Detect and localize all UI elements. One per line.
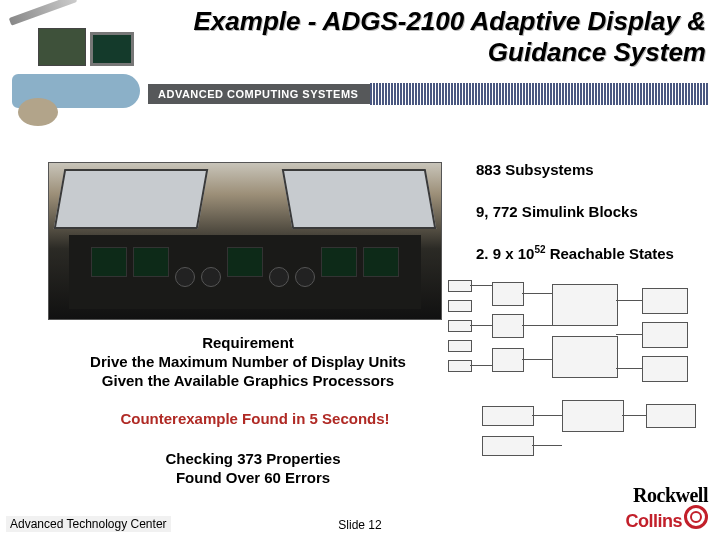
missile-image <box>9 0 78 26</box>
cockpit-screen <box>321 247 357 277</box>
banner-label: ADVANCED COMPUTING SYSTEMS <box>148 84 370 104</box>
logo-line-2: Collins <box>625 511 682 531</box>
diagram-wire <box>616 300 642 301</box>
diagram-wire <box>532 445 562 446</box>
checking-line-1: Checking 373 Properties <box>118 450 388 469</box>
cockpit-screen <box>91 247 127 277</box>
title-line-2: Guidance System <box>488 37 706 67</box>
diagram-block <box>492 282 524 306</box>
header-collage <box>8 6 148 116</box>
rockwell-collins-logo: Rockwell Collins <box>625 485 708 530</box>
diagram-block <box>552 284 618 326</box>
diagram-wire <box>470 365 492 366</box>
cockpit-photo <box>48 162 442 320</box>
diagram-block <box>448 340 472 352</box>
slide-title: Example - ADGS-2100 Adaptive Display & G… <box>146 6 706 67</box>
requirement-line-1: Drive the Maximum Number of Display Unit… <box>56 353 440 372</box>
diagram-block <box>642 356 688 382</box>
logo-line-1: Rockwell <box>625 485 708 505</box>
cockpit-gauge <box>201 267 221 287</box>
diagram-wire <box>522 293 552 294</box>
diagram-block <box>482 436 534 456</box>
diagram-block <box>562 400 624 432</box>
cockpit-screen <box>363 247 399 277</box>
avionics-display-image <box>90 32 134 66</box>
banner: ADVANCED COMPUTING SYSTEMS <box>148 82 708 106</box>
footer-slide-number: Slide 12 <box>0 518 720 532</box>
diagram-block <box>552 336 618 378</box>
logo-line-2-row: Collins <box>625 505 708 530</box>
stat-states: 2. 9 x 1052 Reachable States <box>476 243 708 264</box>
checking-line-2: Found Over 60 Errors <box>118 469 388 488</box>
diagram-block <box>642 322 688 348</box>
requirement-line-2: Given the Available Graphics Processors <box>56 372 440 391</box>
diagram-wire <box>470 325 492 326</box>
diagram-block <box>646 404 696 428</box>
cockpit-gauge <box>175 267 195 287</box>
requirement-heading: Requirement <box>56 334 440 353</box>
states-prefix: 2. 9 x 10 <box>476 245 534 262</box>
diagram-block <box>448 300 472 312</box>
requirement-block: Requirement Drive the Maximum Number of … <box>56 334 440 390</box>
title-line-1: Example - ADGS-2100 Adaptive Display & <box>194 6 706 36</box>
states-exponent: 52 <box>534 244 545 255</box>
counterexample-text: Counterexample Found in 5 Seconds! <box>90 410 420 427</box>
simulink-diagram <box>442 274 712 470</box>
stat-subsystems: 883 Subsystems <box>476 160 708 180</box>
diagram-block <box>492 314 524 338</box>
stat-blocks: 9, 772 Simulink Blocks <box>476 202 708 222</box>
stats-block: 883 Subsystems 9, 772 Simulink Blocks 2.… <box>476 160 708 286</box>
diagram-block <box>492 348 524 372</box>
diagram-block <box>448 280 472 292</box>
diagram-block <box>448 360 472 372</box>
banner-stripes-graphic <box>370 83 708 105</box>
diagram-block <box>642 288 688 314</box>
diagram-wire <box>470 285 492 286</box>
circuit-board-image <box>38 28 86 66</box>
diagram-wire <box>616 368 642 369</box>
gear-icon <box>684 505 708 529</box>
diagram-wire <box>522 325 552 326</box>
slide: Example - ADGS-2100 Adaptive Display & G… <box>0 0 720 540</box>
checking-block: Checking 373 Properties Found Over 60 Er… <box>118 450 388 488</box>
cockpit-gauge <box>269 267 289 287</box>
diagram-wire <box>616 334 642 335</box>
diagram-block <box>448 320 472 332</box>
cockpit-screen <box>227 247 263 277</box>
states-suffix: Reachable States <box>546 245 674 262</box>
diagram-wire <box>622 415 646 416</box>
diagram-wire <box>522 359 552 360</box>
cockpit-panel <box>69 235 421 309</box>
cockpit-gauge <box>295 267 315 287</box>
diagram-wire <box>532 415 562 416</box>
cockpit-screen <box>133 247 169 277</box>
diagram-block <box>482 406 534 426</box>
satellite-image <box>18 98 58 126</box>
